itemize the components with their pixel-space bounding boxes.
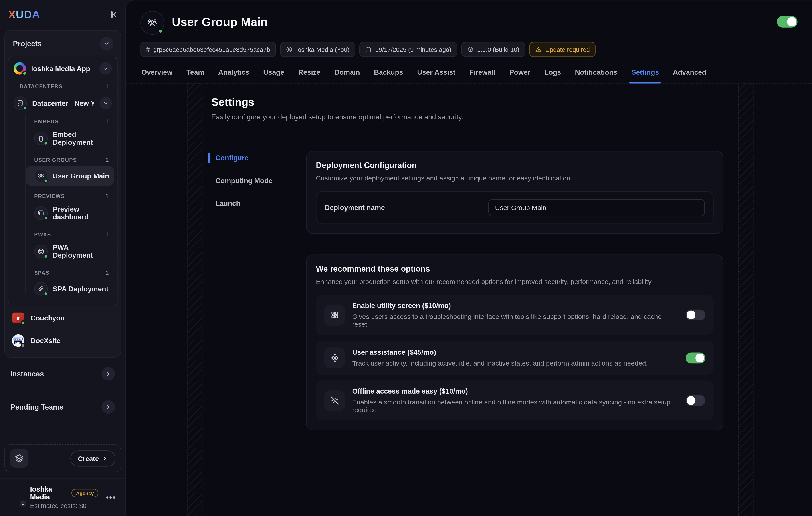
link-icon	[34, 282, 48, 296]
item-label: PWA Deployment	[53, 244, 110, 259]
user-assistance-toggle[interactable]	[686, 352, 705, 363]
subnav-launch[interactable]: Launch	[215, 196, 240, 211]
chip-label: Update required	[545, 46, 590, 53]
sidebar-item-docxsite[interactable]: DOCX SITE DocXsite	[8, 329, 118, 352]
status-dot	[158, 28, 163, 33]
option-description: Gives users access to a troubleshooting …	[352, 313, 678, 328]
create-panel: Create	[4, 444, 121, 472]
atom-icon	[324, 305, 345, 325]
subnav-computing-mode[interactable]: Computing Mode	[215, 174, 272, 188]
tab-settings[interactable]: Settings	[631, 69, 659, 83]
projects-collapse-button[interactable]	[100, 37, 113, 50]
sidebar-item-pending-teams[interactable]: Pending Teams	[4, 393, 121, 421]
option-user-assistance: User assistance ($45/mo) Track user acti…	[316, 341, 714, 375]
project-card: Ioshka Media App DATACENTERS 1 Datacente…	[8, 56, 118, 306]
chevron-right-icon	[105, 404, 111, 410]
instances-expand-button[interactable]	[102, 367, 115, 381]
version-chip[interactable]: 1.9.0 (Build 10)	[461, 42, 525, 57]
settings-subtitle: Easily configure your deployed setup to …	[211, 113, 812, 121]
projects-header: Projects	[8, 35, 118, 55]
datacenter-collapse-button[interactable]	[99, 97, 112, 109]
workspace-name: Ioshka Media	[30, 486, 67, 501]
section-previews: PREVIEWS 1	[19, 187, 114, 201]
tab-logs[interactable]: Logs	[544, 69, 561, 83]
deployment-id-chip[interactable]: # grp5c6aeb6abe63efec451a1e8d575aca7b	[140, 42, 276, 57]
tab-advanced[interactable]: Advanced	[673, 69, 706, 83]
offline-access-toggle[interactable]	[686, 395, 705, 406]
chevron-down-icon	[104, 40, 110, 47]
owner-chip[interactable]: Ioshka Media (You)	[280, 42, 355, 57]
section-label: DATACENTERS	[20, 83, 63, 89]
update-required-chip[interactable]: Update required	[529, 42, 596, 57]
workspace-footer: 0 Ioshka Media Agency Estimated costs: $…	[4, 479, 121, 511]
sidebar-item-embed-deployment[interactable]: { } Embed Deployment	[26, 128, 114, 150]
deployment-name-label: Deployment name	[325, 204, 385, 212]
pending-teams-expand-button[interactable]	[102, 400, 115, 414]
tab-resize[interactable]: Resize	[298, 69, 320, 83]
sidebar-item-pwa-deployment[interactable]: PWA Deployment	[26, 240, 114, 262]
decorative-hatch-right	[738, 84, 753, 516]
sidebar-item-app[interactable]: Ioshka Media App	[11, 60, 114, 77]
deployment-configuration-card: Deployment Configuration Customize your …	[306, 151, 723, 234]
card-title: We recommend these options	[316, 265, 714, 274]
sidebar-item-preview-dashboard[interactable]: Preview dashboard	[26, 202, 114, 224]
app-collapse-button[interactable]	[99, 62, 112, 75]
layers-icon	[10, 449, 28, 468]
status-dot	[22, 71, 27, 76]
settings-content: Settings Easily configure your deployed …	[126, 84, 812, 516]
tab-firewall[interactable]: Firewall	[469, 69, 495, 83]
users-icon	[34, 169, 48, 183]
section-user-groups: USER GROUPS 1	[19, 151, 114, 165]
app-avatar	[13, 62, 26, 75]
tab-analytics[interactable]: Analytics	[218, 69, 249, 83]
deployment-icon	[140, 11, 164, 35]
create-button[interactable]: Create	[70, 451, 115, 466]
status-dot	[44, 216, 48, 220]
chip-label: grp5c6aeb6abe63efec451a1e8d575aca7b	[153, 46, 270, 53]
deployment-power-toggle[interactable]	[777, 16, 798, 27]
windows-icon	[34, 206, 48, 220]
section-count: 1	[106, 193, 109, 199]
section-label: EMBEDS	[34, 118, 59, 124]
tab-power[interactable]: Power	[509, 69, 530, 83]
utility-screen-toggle[interactable]	[686, 309, 705, 321]
collapse-sidebar-button[interactable]	[106, 9, 117, 20]
tab-overview[interactable]: Overview	[141, 69, 172, 83]
item-label: Embed Deployment	[53, 131, 110, 146]
workspace-menu-button[interactable]: •••	[104, 491, 118, 505]
person-icon	[286, 46, 292, 53]
item-label: User Group Main	[53, 172, 109, 180]
app-name: Ioshka Media App	[31, 64, 94, 72]
app-logo: XUDA	[8, 8, 40, 21]
sidebar-item-spa-deployment[interactable]: SPA Deployment	[26, 279, 114, 299]
tab-user-assist[interactable]: User Assist	[417, 69, 455, 83]
last-updated-chip[interactable]: 09/17/2025 (9 minutes ago)	[359, 42, 457, 57]
chevron-right-icon	[102, 456, 108, 461]
chevron-down-icon	[103, 100, 109, 106]
couchyou-icon	[12, 311, 24, 324]
sidebar-item-instances[interactable]: Instances	[4, 360, 121, 388]
settings-title: Settings	[211, 96, 812, 108]
chip-label: 1.9.0 (Build 10)	[477, 46, 519, 53]
tab-domain[interactable]: Domain	[334, 69, 360, 83]
tab-notifications[interactable]: Notifications	[575, 69, 617, 83]
status-dot	[44, 291, 48, 296]
sidebar-item-datacenter[interactable]: Datacenter - New Y...	[11, 94, 114, 112]
deployment-name-input[interactable]	[488, 199, 705, 216]
sidebar-item-user-group-main[interactable]: User Group Main	[26, 166, 114, 186]
chevron-down-icon	[103, 65, 109, 72]
status-dot	[44, 254, 48, 259]
tab-team[interactable]: Team	[186, 69, 204, 83]
section-count: 1	[106, 157, 109, 163]
sidebar-item-couchyou[interactable]: Couchyou	[8, 306, 118, 329]
option-offline-access: Offline access made easy ($10/mo) Enable…	[316, 380, 714, 420]
section-datacenters: DATACENTERS 1	[11, 77, 114, 91]
tab-backups[interactable]: Backups	[374, 69, 403, 83]
tab-usage[interactable]: Usage	[263, 69, 284, 83]
datacenter-children: EMBEDS 1 { } Embed Deployment USER GROUP…	[11, 112, 114, 299]
pending-teams-label: Pending Teams	[10, 403, 63, 411]
status-dot	[44, 179, 48, 183]
database-icon	[13, 97, 27, 110]
subnav-configure[interactable]: Configure	[215, 151, 249, 165]
projects-panel: Projects Ioshka Media App	[4, 30, 121, 358]
